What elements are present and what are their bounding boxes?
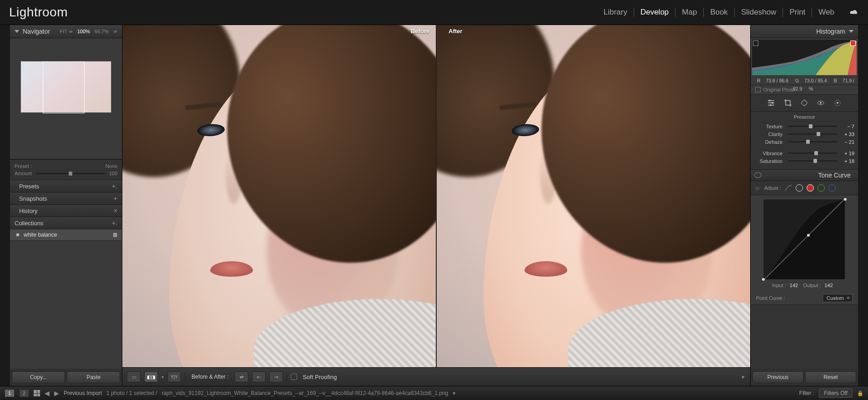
clarity-label: Clarity bbox=[754, 132, 785, 137]
module-slideshow[interactable]: Slideshow bbox=[735, 8, 783, 17]
clarity-value[interactable]: + 33 bbox=[840, 132, 854, 137]
previous-button[interactable]: Previous bbox=[752, 371, 803, 383]
nav-forward-icon[interactable]: ▶ bbox=[54, 390, 59, 397]
histogram-graph[interactable] bbox=[752, 39, 857, 76]
shadow-clip-icon[interactable] bbox=[753, 41, 758, 46]
zoom-100[interactable]: 100% bbox=[77, 29, 90, 34]
zoom-fit[interactable]: FIT ≑ bbox=[60, 29, 72, 35]
texture-value[interactable]: − 7 bbox=[840, 124, 854, 129]
collection-item-white-balance[interactable]: white balance ⊠ bbox=[10, 229, 122, 241]
ba-dropdown-arrow-icon[interactable]: ▾ bbox=[161, 375, 164, 380]
amount-slider-thumb[interactable] bbox=[69, 172, 72, 176]
svg-point-1 bbox=[772, 102, 773, 104]
toolbar-menu-icon[interactable]: ▾ bbox=[741, 373, 746, 381]
parametric-curve-icon[interactable] bbox=[785, 185, 792, 191]
presets-add-icon[interactable]: +. bbox=[112, 182, 117, 190]
history-clear-icon[interactable]: × bbox=[114, 207, 117, 214]
masking-icon[interactable] bbox=[833, 98, 843, 108]
amount-slider[interactable] bbox=[35, 173, 106, 174]
zoom-stepper-icon[interactable]: ≑ bbox=[113, 29, 117, 35]
module-map[interactable]: Map bbox=[676, 8, 704, 17]
monitor-1-tab[interactable]: 1 bbox=[5, 389, 15, 397]
channel-green[interactable] bbox=[818, 184, 825, 192]
loupe-view-icon[interactable]: ▭ bbox=[127, 371, 141, 382]
soft-proofing-checkbox[interactable] bbox=[291, 374, 297, 380]
navigator-preview[interactable] bbox=[10, 38, 122, 159]
copy-before-icon[interactable]: ⇤ bbox=[252, 371, 266, 382]
snapshots-add-icon[interactable]: + bbox=[114, 195, 117, 202]
dehaze-slider[interactable] bbox=[788, 141, 837, 142]
before-label: Before bbox=[411, 28, 429, 35]
copy-after-icon[interactable]: ⇥ bbox=[269, 371, 283, 382]
monitor-2-tab[interactable]: 2 bbox=[19, 389, 29, 397]
collections-section[interactable]: Collections +. bbox=[10, 217, 122, 229]
dehaze-value[interactable]: − 21 bbox=[840, 139, 854, 145]
channel-blue[interactable] bbox=[828, 184, 836, 192]
original-photo-checkbox[interactable] bbox=[755, 87, 761, 92]
channel-rgb[interactable] bbox=[796, 184, 803, 192]
histogram-header[interactable]: Histogram bbox=[751, 25, 858, 38]
edit-sliders-icon[interactable] bbox=[766, 98, 776, 108]
reset-button[interactable]: Reset bbox=[805, 371, 856, 383]
vibrance-slider[interactable] bbox=[788, 152, 837, 154]
filters-off-button[interactable]: Filters Off bbox=[819, 389, 853, 398]
crop-icon[interactable] bbox=[783, 98, 793, 108]
before-after-lr-icon[interactable]: ◧◨ bbox=[144, 371, 158, 382]
svg-rect-3 bbox=[801, 100, 807, 106]
vibrance-value[interactable]: + 19 bbox=[840, 151, 854, 156]
module-develop[interactable]: Develop bbox=[634, 8, 676, 17]
texture-slider[interactable] bbox=[788, 126, 837, 127]
swap-icon[interactable]: ⇄ bbox=[235, 371, 248, 382]
curve-point-mid[interactable] bbox=[807, 234, 810, 237]
before-image[interactable]: Before bbox=[122, 25, 436, 367]
navigator-header[interactable]: Navigator FIT ≑ 100% 66.7% ≑ bbox=[10, 25, 122, 38]
cloud-sync-icon[interactable] bbox=[849, 9, 859, 15]
filter-lock-icon[interactable]: 🔒 bbox=[857, 390, 863, 396]
highlight-clip-icon[interactable] bbox=[850, 41, 856, 46]
saturation-value[interactable]: + 18 bbox=[840, 158, 854, 164]
zoom-alt[interactable]: 66.7% bbox=[95, 29, 109, 34]
preset-amount-block: Preset : None Amount 100 bbox=[10, 159, 122, 180]
snapshots-label: Snapshots bbox=[19, 195, 47, 202]
module-library[interactable]: Library bbox=[597, 8, 634, 17]
app-title: Lightroom bbox=[9, 5, 68, 20]
healing-icon[interactable] bbox=[799, 98, 809, 108]
point-curve-select[interactable]: Custom bbox=[823, 294, 853, 302]
curve-point-highlight[interactable] bbox=[844, 198, 847, 201]
curve-point-shadow[interactable] bbox=[762, 278, 765, 281]
navigator-crop-rect[interactable] bbox=[43, 61, 85, 113]
soft-proofing-label: Soft Proofing bbox=[303, 374, 337, 380]
before-after-viewer[interactable]: Before After bbox=[122, 25, 750, 367]
clarity-slider[interactable] bbox=[788, 133, 837, 135]
filename-dropdown-icon[interactable]: ▾ bbox=[453, 390, 455, 396]
saturation-slider[interactable] bbox=[788, 160, 837, 162]
tone-curve-title: Tone Curve bbox=[818, 172, 851, 179]
svg-point-2 bbox=[770, 104, 772, 106]
before-after-label: Before & After : bbox=[192, 374, 228, 380]
copy-button[interactable]: Copy... bbox=[12, 371, 65, 383]
toggle-visibility-icon[interactable] bbox=[754, 172, 762, 178]
target-adjust-icon[interactable]: ◎ bbox=[755, 185, 761, 191]
paste-button[interactable]: Paste bbox=[67, 371, 120, 383]
view-toolbar: ▭ ◧◨ ▾ Y|Y Before & After : ⇄ ⇤ ⇥ Soft P… bbox=[122, 367, 750, 386]
before-after-yy-icon[interactable]: Y|Y bbox=[167, 371, 181, 382]
grid-view-icon[interactable] bbox=[34, 390, 40, 396]
module-web[interactable]: Web bbox=[812, 8, 841, 17]
history-section[interactable]: History × bbox=[10, 205, 122, 217]
channel-red[interactable] bbox=[807, 184, 814, 192]
redeye-icon[interactable] bbox=[816, 98, 826, 108]
filter-label: Filter : bbox=[799, 390, 814, 396]
navigator-title: Navigator bbox=[23, 28, 50, 35]
presets-section[interactable]: Presets +. bbox=[10, 180, 122, 192]
snapshots-section[interactable]: Snapshots + bbox=[10, 192, 122, 205]
collection-item-remove-icon[interactable]: ⊠ bbox=[113, 232, 117, 238]
module-book[interactable]: Book bbox=[704, 8, 735, 17]
after-image[interactable]: After bbox=[437, 25, 750, 367]
nav-back-icon[interactable]: ◀ bbox=[45, 390, 50, 397]
module-print[interactable]: Print bbox=[783, 8, 812, 17]
collections-add-icon[interactable]: +. bbox=[112, 219, 117, 227]
source-label[interactable]: Previous Import bbox=[64, 390, 102, 396]
tone-curve-header[interactable]: Tone Curve bbox=[751, 170, 858, 181]
tone-curve-graph[interactable] bbox=[763, 199, 846, 280]
texture-label: Texture bbox=[754, 124, 785, 129]
